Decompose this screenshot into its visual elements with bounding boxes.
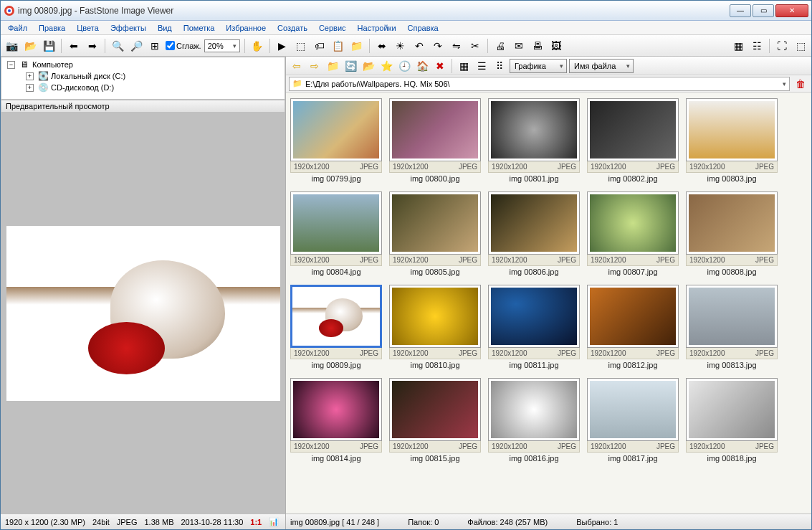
expand-icon[interactable]: + [26,84,34,92]
minimize-button[interactable]: — [730,4,751,17]
thumbnail-item[interactable]: 1920x1200JPEGimg 00801.jpg [488,98,580,184]
thumbnail-item[interactable]: 1920x1200JPEGimg 00814.jpg [290,378,382,464]
menu-цвета[interactable]: Цвета [72,22,103,34]
rotate-left-icon[interactable]: ↶ [411,38,427,54]
status-filesize: 1.38 MB [145,518,174,526]
thumbnail-item[interactable]: 1920x1200JPEGimg 00812.jpg [587,285,679,371]
acquire-icon[interactable]: 📷 [4,38,19,54]
favorites-icon[interactable]: ⭐ [378,58,394,74]
thumbnail-item[interactable]: 1920x1200JPEGimg 00811.jpg [488,285,580,371]
thumbnail-image [488,378,580,441]
smoothing-toggle[interactable]: Сглаж. [166,41,201,50]
new-folder-icon[interactable]: 📂 [360,58,376,74]
view-large-icon[interactable]: ▦ [456,58,472,74]
collapse-icon[interactable]: − [7,61,15,69]
menu-сервис[interactable]: Сервис [315,22,350,34]
sort-by-combo[interactable]: Имя файла [569,59,634,73]
hand-tool-icon[interactable]: ✋ [249,38,265,54]
copy-to-icon[interactable]: 📋 [330,38,346,54]
thumb-format: JPEG [755,349,774,357]
delete-icon[interactable]: ✖ [432,58,448,74]
tree-node-drive-c[interactable]: + 💽 Локальный диск (C:) [4,70,282,82]
zoom-percent-combo[interactable]: 20%▾ [204,39,240,52]
thumbnail-item[interactable]: 1920x1200JPEGimg 00817.jpg [587,378,679,464]
expand-icon[interactable]: + [26,72,34,80]
folder-tree[interactable]: − 🖥 Компьютер + 💽 Локальный диск (C:) + … [1,57,285,100]
histogram-icon[interactable]: 📊 [269,517,279,526]
zoom-in-icon[interactable]: 🔍 [110,38,125,54]
tree-node-drive-d[interactable]: + 💿 CD-дисковод (D:) [4,82,282,93]
thumbnail-item[interactable]: 1920x1200JPEGimg 00813.jpg [686,285,778,371]
thumbnail-item[interactable]: 1920x1200JPEGimg 00816.jpg [488,378,580,464]
tree-root-computer[interactable]: − 🖥 Компьютер [4,59,282,70]
combo-value: Графика [515,62,546,70]
menu-пометка[interactable]: Пометка [179,22,219,34]
dual-monitor-icon[interactable]: ⬚ [793,38,808,54]
nav-back-icon[interactable]: ⬅ [66,38,82,54]
trash-icon[interactable]: 🗑 [793,77,808,91]
rotate-right-icon[interactable]: ↷ [430,38,446,54]
view-details-icon[interactable]: ☷ [749,38,765,54]
history-icon[interactable]: 🕘 [396,58,412,74]
tag-icon[interactable]: 🏷 [312,38,328,54]
slideshow-icon[interactable]: ▶ [274,38,290,54]
crop-icon[interactable]: ✂ [467,38,483,54]
thumbnail-filename: img 00799.jpg [290,173,382,184]
adjust-icon[interactable]: ☀ [393,38,409,54]
fullscreen-icon[interactable]: ⛶ [774,38,790,54]
view-thumbnails-icon[interactable]: ▦ [730,38,746,54]
nav-forward-icon[interactable]: ➡ [85,38,100,54]
zoom-out-icon[interactable]: 🔎 [128,38,144,54]
close-button[interactable]: ✕ [775,4,808,17]
menu-создать[interactable]: Создать [273,22,312,34]
thumbnail-item[interactable]: 1920x1200JPEGimg 00804.jpg [290,191,382,278]
tree-label: Компьютер [32,60,73,69]
thumbnail-item[interactable]: 1920x1200JPEGimg 00818.jpg [686,378,778,464]
actual-size-icon[interactable]: ⊞ [147,38,163,54]
folder-up-icon[interactable]: 📁 [325,58,340,74]
thumbnail-item[interactable]: 1920x1200JPEGimg 00808.jpg [686,191,778,278]
thumbnail-item[interactable]: 1920x1200JPEGimg 00800.jpg [389,98,481,184]
thumbnail-item[interactable]: 1920x1200JPEGimg 00810.jpg [389,285,481,371]
move-to-icon[interactable]: 📁 [349,38,365,54]
nav-back-icon[interactable]: ⇦ [289,58,305,74]
view-small-icon[interactable]: ⠿ [492,58,507,74]
menu-справка[interactable]: Справка [403,22,443,34]
thumbnail-meta: 1920x1200JPEG [686,255,778,266]
open-folder-icon[interactable]: 📂 [22,38,38,54]
menu-файл[interactable]: Файл [4,22,32,34]
save-icon[interactable]: 💾 [41,38,57,54]
scan-icon[interactable]: 🖨 [492,38,508,54]
thumbnail-item[interactable]: 1920x1200JPEGimg 00803.jpg [686,98,778,184]
menu-эффекты[interactable]: Эффекты [106,22,151,34]
nav-forward-icon[interactable]: ⇨ [307,58,323,74]
thumbnail-item[interactable]: 1920x1200JPEGimg 00806.jpg [488,191,580,278]
thumbnail-item[interactable]: 1920x1200JPEGimg 00799.jpg [290,98,382,184]
print-icon[interactable]: 🖶 [530,38,545,54]
menu-настройки[interactable]: Настройки [353,22,401,34]
thumbnail-grid[interactable]: 1920x1200JPEGimg 00799.jpg1920x1200JPEGi… [286,93,811,514]
email-icon[interactable]: ✉ [511,38,527,54]
menu-вид[interactable]: Вид [153,22,176,34]
refresh-icon[interactable]: 🔄 [343,58,358,74]
wallpaper-icon[interactable]: 🖼 [548,38,564,54]
smoothing-checkbox[interactable] [166,41,175,50]
flip-h-icon[interactable]: ⇋ [449,38,464,54]
menu-избранное[interactable]: Избранное [221,22,270,34]
thumbnail-item[interactable]: 1920x1200JPEGimg 00805.jpg [389,191,481,278]
thumbnail-filename: img 00814.jpg [290,453,382,464]
menu-правка[interactable]: Правка [34,22,70,34]
thumbnail-item[interactable]: 1920x1200JPEGimg 00802.jpg [587,98,679,184]
thumbnail-item[interactable]: 1920x1200JPEGimg 00809.jpg [290,285,382,371]
compare-icon[interactable]: ⬚ [293,38,309,54]
thumbnail-filename: img 00815.jpg [389,453,481,464]
view-list-icon[interactable]: ☰ [474,58,489,74]
preview-area[interactable] [1,113,285,514]
desktop-icon[interactable]: 🏠 [414,58,430,74]
view-mode-combo[interactable]: Графика [510,59,567,73]
thumbnail-item[interactable]: 1920x1200JPEGimg 00815.jpg [389,378,481,464]
resize-icon[interactable]: ⬌ [374,38,390,54]
path-input[interactable]: 📁 E:\Для работы\Wallpapers. HQ. Mix 506\ [289,77,790,91]
thumbnail-item[interactable]: 1920x1200JPEGimg 00807.jpg [587,191,679,278]
maximize-button[interactable]: ▭ [753,4,774,17]
